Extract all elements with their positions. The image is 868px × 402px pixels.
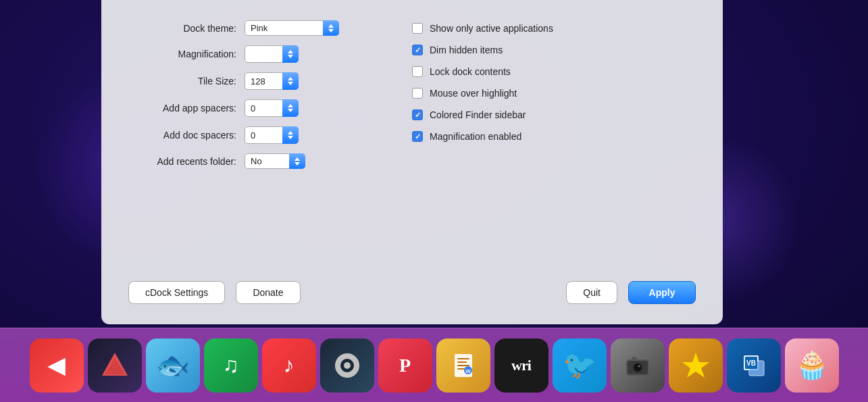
camera-dock-icon[interactable] [611, 338, 665, 393]
colored-finder-label: Colored Finder sidebar [430, 109, 526, 120]
checkmark-icon: ✓ [415, 111, 421, 120]
magnification-wrapper [245, 45, 299, 63]
show-only-active-row: Show only active applications [412, 23, 553, 34]
svg-point-4 [344, 362, 351, 369]
svg-rect-10 [457, 358, 469, 359]
music-dock-icon[interactable]: ♪ [262, 338, 316, 393]
pocket-dock-icon[interactable]: P [378, 338, 432, 393]
donate-button[interactable]: Donate [236, 281, 300, 304]
music-icon: ♪ [284, 353, 295, 378]
tile-size-wrapper [245, 72, 299, 90]
dock-theme-label: Dock theme: [128, 23, 236, 34]
magnification-label: Magnification: [128, 49, 236, 59]
dock-theme-select[interactable]: Pink Default Glass Transparent [245, 20, 339, 36]
steam-icon [332, 350, 363, 381]
lock-dock-checkbox[interactable] [412, 66, 423, 77]
add-recents-folder-label: Add recents folder: [128, 156, 236, 167]
add-app-spacers-row: Add app spacers: [128, 99, 372, 117]
mouse-over-row: Mouse over highlight [412, 88, 553, 99]
twitter-dock-icon[interactable]: 🐦 [553, 338, 607, 393]
svg-text:VB: VB [746, 359, 756, 367]
back-icon: ◀ [48, 353, 65, 378]
writer-icon: wri [511, 357, 531, 374]
add-doc-spacers-label: Add doc spacers: [128, 130, 236, 141]
apply-button[interactable]: Apply [628, 281, 696, 304]
migrate-icon [99, 350, 130, 381]
quit-button[interactable]: Quit [566, 281, 617, 304]
doc-spacers-wrapper [245, 126, 299, 144]
currency-dock-icon[interactable] [669, 338, 723, 393]
add-recents-folder-select[interactable]: No Yes [245, 153, 305, 169]
add-doc-spacers-row: Add doc spacers: [128, 126, 372, 144]
svg-rect-12 [457, 365, 469, 366]
fish-icon: 🐟 [156, 349, 190, 381]
magnification-input[interactable] [245, 45, 299, 63]
dialog-footer: cDock Settings Donate Quit Apply [128, 274, 696, 304]
app-spacers-wrapper [245, 99, 299, 117]
svg-marker-22 [682, 353, 709, 378]
currency-icon [680, 350, 711, 381]
virtualbox-icon: VB [738, 350, 769, 381]
cupcake-icon: 🧁 [795, 349, 829, 381]
add-app-spacers-label: Add app spacers: [128, 103, 236, 114]
dim-hidden-label: Dim hidden items [430, 45, 503, 55]
mouse-over-checkbox[interactable] [412, 88, 423, 99]
show-only-active-checkbox[interactable] [412, 23, 423, 34]
checkmark-icon: ✓ [415, 132, 421, 141]
pages-icon: W [448, 350, 479, 381]
dim-hidden-checkbox[interactable]: ✓ [412, 45, 423, 55]
magnification-row: Magnification: [128, 45, 372, 63]
svg-point-19 [634, 364, 641, 371]
magnification-enabled-checkbox[interactable]: ✓ [412, 131, 423, 142]
tile-size-input[interactable] [245, 72, 299, 90]
dock-theme-select-wrapper: Pink Default Glass Transparent [245, 20, 339, 36]
recents-folder-select-wrapper: No Yes [245, 153, 305, 169]
mouse-over-label: Mouse over highlight [430, 88, 517, 99]
checkmark-icon: ✓ [415, 46, 421, 55]
cupcake-dock-icon[interactable]: 🧁 [785, 338, 839, 393]
add-doc-spacers-input[interactable] [245, 126, 299, 144]
add-recents-folder-row: Add recents folder: No Yes [128, 153, 372, 169]
colored-finder-row: ✓ Colored Finder sidebar [412, 109, 553, 120]
writer-dock-icon[interactable]: wri [494, 338, 548, 393]
spotify-dock-icon[interactable]: ♫ [204, 338, 258, 393]
svg-point-20 [638, 365, 640, 367]
lock-dock-row: Lock dock contents [412, 66, 553, 77]
svg-rect-21 [632, 357, 637, 361]
steam-dock-icon[interactable] [320, 338, 374, 393]
camera-icon [622, 350, 653, 381]
settings-dialog: Dock theme: Pink Default Glass Transpare… [101, 0, 723, 324]
tile-size-row: Tile Size: [128, 72, 372, 90]
pocket-icon: P [399, 355, 411, 376]
dock-theme-row: Dock theme: Pink Default Glass Transpare… [128, 20, 372, 36]
migrate-dock-icon[interactable] [88, 338, 142, 393]
twitter-icon: 🐦 [563, 349, 596, 381]
tile-size-label: Tile Size: [128, 76, 236, 86]
pages-dock-icon[interactable]: W [436, 338, 490, 393]
dim-hidden-row: ✓ Dim hidden items [412, 45, 553, 55]
left-column: Dock theme: Pink Default Glass Transpare… [128, 20, 372, 261]
spotify-icon: ♫ [223, 353, 239, 378]
fish-dock-icon[interactable]: 🐟 [146, 338, 200, 393]
colored-finder-checkbox[interactable]: ✓ [412, 109, 423, 120]
right-column: Show only active applications ✓ Dim hidd… [412, 20, 553, 261]
dialog-body: Dock theme: Pink Default Glass Transpare… [128, 20, 696, 261]
back-dock-icon[interactable]: ◀ [30, 338, 84, 393]
magnification-enabled-row: ✓ Magnification enabled [412, 131, 553, 142]
show-only-active-label: Show only active applications [430, 23, 553, 34]
cdock-settings-button[interactable]: cDock Settings [128, 281, 225, 304]
add-app-spacers-input[interactable] [245, 99, 299, 117]
macos-dock: ◀ 🐟 ♫ ♪ P [0, 328, 868, 402]
lock-dock-label: Lock dock contents [430, 66, 511, 77]
svg-rect-11 [457, 361, 467, 363]
svg-text:W: W [465, 368, 471, 374]
magnification-enabled-label: Magnification enabled [430, 131, 521, 142]
virtualbox-dock-icon[interactable]: VB [727, 338, 781, 393]
